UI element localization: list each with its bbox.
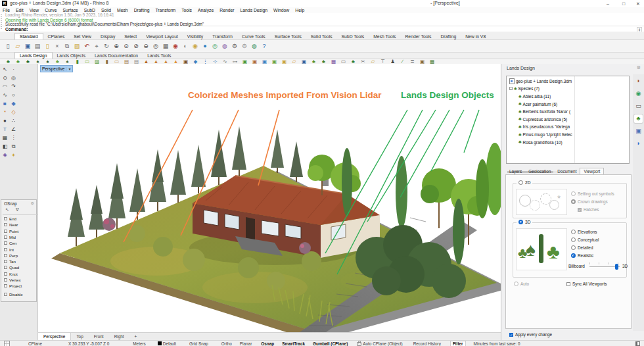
trim-icon[interactable]: ◧ <box>1 142 9 151</box>
radio-3d[interactable] <box>518 220 523 224</box>
gear-icon[interactable]: ⚙ <box>31 201 34 205</box>
perspective-viewport[interactable]: Perspective ▼ Colorized Meshes Imported … <box>37 64 501 332</box>
text-icon[interactable]: T <box>1 125 9 134</box>
tree-row[interactable]: geo-plus + Lands Design.3dm <box>509 78 572 84</box>
menu-subd[interactable]: SubD <box>84 8 95 12</box>
toolbar-tab-transform[interactable]: Transform <box>208 34 237 39</box>
tree-row[interactable]: ♣Iris pseudacorus 'Variega <box>518 124 570 129</box>
display-panel-icon[interactable]: ◉ <box>634 89 643 98</box>
osnap-vertex[interactable]: Vertex <box>4 278 21 282</box>
toolbar-tab-viewport-layout[interactable]: Viewport Layout <box>141 34 183 39</box>
cplane-grid-icon[interactable] <box>4 341 10 346</box>
panel-tab-layers[interactable]: Layers <box>506 168 525 174</box>
tree-row[interactable]: −♣Species (7) <box>509 86 540 91</box>
panel-tab-viewport[interactable]: Viewport <box>580 168 604 174</box>
column-divider[interactable] <box>574 76 575 163</box>
select-arrow-icon[interactable]: ↖ <box>1 65 9 74</box>
settings-gears-icon[interactable]: ⚙ <box>240 41 249 51</box>
materials-panel-icon[interactable]: ◗ <box>634 77 643 86</box>
polygon-icon[interactable]: ○ <box>9 91 18 99</box>
status-toggle-auto-cplane-object-[interactable]: Auto CPlane (Object) <box>357 341 402 346</box>
osnap-cen[interactable]: Cen <box>4 241 16 245</box>
command-drag-handle[interactable] <box>1 14 2 30</box>
coordinates-readout[interactable]: X 30.233 Y -5.007 Z 0 <box>68 341 109 346</box>
menu-transform[interactable]: Transform <box>155 8 175 12</box>
toolbar-tab-select[interactable]: Select <box>120 34 141 39</box>
viewport-tab-perspective[interactable]: Perspective <box>37 333 71 340</box>
lands-tab-lands-tools[interactable]: Lands Tools <box>143 53 175 59</box>
close-button[interactable]: ✕ <box>632 1 644 7</box>
cut-icon[interactable]: × <box>53 41 62 51</box>
osnap-end[interactable]: End <box>4 216 16 221</box>
toolbar-tab-surface-tools[interactable]: Surface Tools <box>270 34 306 39</box>
surface-icon[interactable]: ▦ <box>1 134 9 142</box>
menu-window[interactable]: Window <box>273 8 289 12</box>
clipboard-icon[interactable]: ▯ <box>43 41 52 51</box>
material-sphere-icon[interactable]: ◍ <box>220 41 229 51</box>
image-panel-icon[interactable]: ▣ <box>634 127 643 136</box>
point-icon[interactable]: · <box>9 65 18 74</box>
viewport-tab-right[interactable]: Right <box>109 333 129 340</box>
status-toggle-osnap[interactable]: Osnap <box>261 341 274 346</box>
gear-icon[interactable]: ⚙ <box>637 65 641 70</box>
cursor-icon[interactable]: ↖ <box>5 207 9 214</box>
notifications-panel-icon[interactable]: ◗ <box>634 139 643 148</box>
zoom-dynamic-icon[interactable]: ⊙ <box>122 41 131 51</box>
osnap-quad[interactable]: Quad <box>4 265 19 270</box>
command-prompt[interactable]: Command: <box>5 27 28 32</box>
zoom-in-icon[interactable]: ⊕ <box>112 41 121 51</box>
lands-tab-lands-documentation[interactable]: Lands Documentation <box>90 53 143 59</box>
monitor-panel-icon[interactable]: ▭ <box>634 102 643 111</box>
filter-icon[interactable]: ∇ <box>16 207 19 214</box>
menu-help[interactable]: Help <box>295 8 304 12</box>
radio-crown-drawings[interactable] <box>571 199 576 204</box>
gem-icon[interactable]: ◈ <box>1 151 9 159</box>
open-file-icon[interactable]: ▱ <box>13 41 22 51</box>
boolean-icon[interactable]: * <box>1 108 9 116</box>
toolbar-tab-new-in-v8[interactable]: New in V8 <box>461 34 490 39</box>
osnap-mid[interactable]: Mid <box>4 235 16 239</box>
menu-edit[interactable]: Edit <box>16 8 24 12</box>
pyramid-icon[interactable]: ♦ <box>9 151 18 159</box>
zoom-out-icon[interactable]: ⊖ <box>141 41 150 51</box>
menu-curve[interactable]: Curve <box>45 8 57 12</box>
menu-render[interactable]: Render <box>219 8 234 12</box>
undo-icon[interactable]: ↶ <box>82 41 91 51</box>
osnap-knot[interactable]: Knot <box>4 272 18 276</box>
tree-row[interactable]: ♣Berberis buxifolia 'Nana' ( <box>518 109 570 114</box>
osnap-int[interactable]: Int <box>4 247 14 252</box>
checkbox-hatches[interactable]: ✓ <box>578 208 582 212</box>
paste-icon[interactable]: ▨ <box>72 41 81 51</box>
status-toggle-filter[interactable]: Filter <box>450 341 466 346</box>
radio-realistic[interactable] <box>571 253 576 258</box>
menu-analyze[interactable]: Analyze <box>198 8 214 12</box>
toolbar-tab-standard[interactable]: Standard <box>14 33 43 39</box>
maximize-button[interactable]: □ <box>618 1 630 7</box>
solids-icon[interactable]: ◆ <box>9 99 18 108</box>
panel-dock-icon[interactable] <box>635 341 640 346</box>
render-wheel-icon[interactable]: ◎ <box>210 41 219 51</box>
menu-solid[interactable]: Solid <box>101 8 111 12</box>
tree-row[interactable]: ♣Acer palmatum (6) <box>518 102 557 107</box>
status-toggle-record-history[interactable]: Record History <box>413 341 441 346</box>
billboard-slider-handle[interactable] <box>615 264 618 270</box>
viewport-nav-icon[interactable]: + <box>129 333 143 340</box>
render-blue-icon[interactable]: ● <box>200 41 210 51</box>
osnap-project[interactable]: Project <box>4 284 22 288</box>
explode-icon[interactable]: ◇ <box>9 108 18 116</box>
named-view-icon[interactable]: ◉ <box>171 41 180 51</box>
box-icon[interactable]: ■ <box>1 99 9 108</box>
menu-drafting[interactable]: Drafting <box>134 8 150 12</box>
status-toggle-minutes-from-last-save-0[interactable]: Minutes from last save: 0 <box>474 341 520 346</box>
toolbar-tab-mesh-tools[interactable]: Mesh Tools <box>369 34 400 39</box>
radio-setting-out[interactable] <box>571 191 576 196</box>
viewport-tab-top[interactable]: Top <box>71 333 88 340</box>
osnap-point[interactable]: Point <box>4 229 18 234</box>
lamp-icon[interactable]: ◉ <box>191 41 200 51</box>
new-file-icon[interactable]: ▯ <box>3 41 12 51</box>
arc-icon[interactable]: ◠ <box>1 82 9 91</box>
osnap-disable[interactable]: Disable <box>4 292 23 297</box>
menu-mesh[interactable]: Mesh <box>117 8 128 12</box>
radio-2d[interactable] <box>518 180 523 185</box>
print-icon[interactable]: ▤ <box>33 41 42 51</box>
